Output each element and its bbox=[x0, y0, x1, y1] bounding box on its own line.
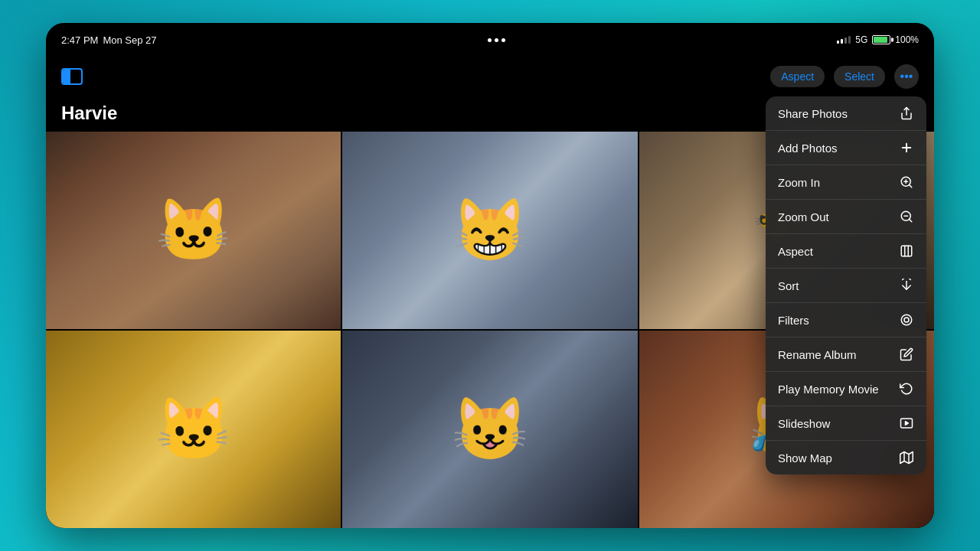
show-map-label: Show Map bbox=[778, 452, 832, 465]
menu-item-add-photos[interactable]: Add Photos bbox=[766, 131, 926, 165]
play-memory-movie-label: Play Memory Movie bbox=[778, 383, 879, 396]
aspect-button[interactable]: Aspect bbox=[770, 66, 825, 87]
menu-item-aspect[interactable]: Aspect bbox=[766, 234, 926, 269]
status-right: 5G 100% bbox=[837, 34, 919, 45]
signal-bar-2 bbox=[841, 39, 843, 44]
status-left: 2:47 PM Mon Sep 27 bbox=[61, 34, 157, 46]
rename-album-icon bbox=[899, 347, 914, 362]
add-photos-label: Add Photos bbox=[778, 142, 838, 155]
svg-point-13 bbox=[901, 315, 912, 325]
signal-bar-1 bbox=[837, 41, 839, 44]
menu-item-play-memory-movie[interactable]: Play Memory Movie bbox=[766, 372, 926, 406]
tablet-frame: 2:47 PM Mon Sep 27 5G 100% bbox=[46, 23, 934, 528]
filters-icon bbox=[899, 312, 914, 328]
nav-bar: Aspect Select ••• bbox=[46, 57, 934, 96]
rename-album-label: Rename Album bbox=[778, 348, 857, 361]
photo-cell-2[interactable] bbox=[342, 132, 637, 329]
signal-bar-3 bbox=[844, 37, 847, 44]
sidebar-toggle-icon[interactable] bbox=[61, 67, 84, 86]
carrier-display: 5G bbox=[855, 34, 867, 45]
more-button[interactable]: ••• bbox=[894, 64, 919, 89]
share-photos-label: Share Photos bbox=[778, 107, 848, 120]
menu-item-filters[interactable]: Filters bbox=[766, 303, 926, 337]
aspect-label: Aspect bbox=[778, 245, 813, 258]
dot-1 bbox=[488, 38, 492, 42]
play-memory-movie-icon bbox=[899, 381, 914, 396]
svg-marker-17 bbox=[900, 452, 913, 464]
zoom-in-icon bbox=[899, 174, 914, 190]
menu-item-show-map[interactable]: Show Map bbox=[766, 441, 926, 474]
sort-icon bbox=[899, 278, 914, 293]
sort-label: Sort bbox=[778, 279, 799, 292]
battery-fill bbox=[874, 37, 887, 43]
dot-2 bbox=[495, 38, 498, 42]
status-bar: 2:47 PM Mon Sep 27 5G 100% bbox=[46, 23, 934, 57]
signal-bar-4 bbox=[848, 36, 851, 44]
status-center bbox=[488, 38, 505, 42]
slideshow-label: Slideshow bbox=[778, 417, 830, 430]
zoom-in-label: Zoom In bbox=[778, 176, 820, 189]
menu-item-slideshow[interactable]: Slideshow bbox=[766, 406, 926, 441]
svg-line-4 bbox=[909, 184, 911, 187]
date-display: Mon Sep 27 bbox=[103, 34, 156, 46]
slideshow-icon bbox=[899, 416, 914, 431]
svg-line-8 bbox=[909, 219, 911, 221]
menu-item-rename-album[interactable]: Rename Album bbox=[766, 337, 926, 372]
filters-label: Filters bbox=[778, 314, 809, 327]
svg-rect-10 bbox=[901, 246, 912, 256]
signal-icon bbox=[837, 36, 851, 44]
menu-item-zoom-out[interactable]: Zoom Out bbox=[766, 200, 926, 234]
share-photos-icon bbox=[899, 106, 914, 121]
sidebar-left-panel bbox=[63, 70, 70, 83]
photo-cell-1[interactable] bbox=[46, 132, 341, 329]
time-display: 2:47 PM bbox=[61, 34, 98, 46]
menu-item-zoom-in[interactable]: Zoom In bbox=[766, 165, 926, 200]
aspect-menu-icon bbox=[899, 243, 914, 259]
select-button[interactable]: Select bbox=[834, 66, 885, 87]
show-map-icon bbox=[899, 450, 914, 465]
main-content: Harvie Share Photos bbox=[46, 96, 934, 528]
menu-item-sort[interactable]: Sort bbox=[766, 269, 926, 303]
nav-left bbox=[61, 67, 84, 86]
zoom-out-icon bbox=[899, 209, 914, 224]
dot-3 bbox=[501, 38, 505, 42]
battery-percent: 100% bbox=[895, 34, 919, 45]
dropdown-menu: Share Photos Add Photos bbox=[766, 96, 926, 474]
zoom-out-label: Zoom Out bbox=[778, 210, 829, 223]
sidebar-right-panel bbox=[70, 70, 81, 83]
menu-item-share-photos[interactable]: Share Photos bbox=[766, 96, 926, 131]
more-dots-icon: ••• bbox=[900, 70, 913, 83]
add-photos-icon bbox=[899, 140, 914, 155]
svg-marker-16 bbox=[906, 422, 909, 425]
svg-point-14 bbox=[904, 318, 909, 322]
photo-cell-4[interactable] bbox=[46, 331, 341, 528]
sidebar-icon-inner bbox=[61, 68, 83, 85]
battery-icon bbox=[872, 35, 890, 44]
nav-right: Aspect Select ••• bbox=[770, 64, 919, 89]
photo-cell-5[interactable] bbox=[342, 331, 637, 528]
